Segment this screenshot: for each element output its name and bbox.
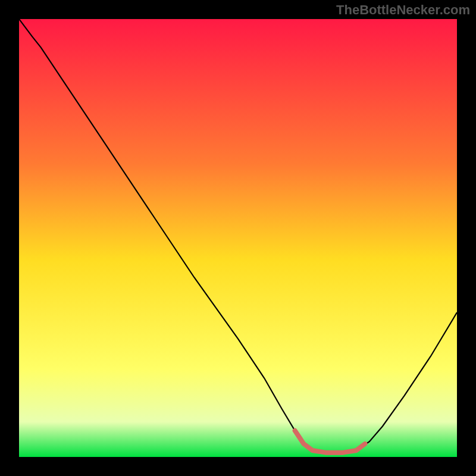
plot-svg xyxy=(19,19,457,457)
chart-container: TheBottleNecker.com xyxy=(0,0,476,476)
watermark-text: TheBottleNecker.com xyxy=(336,2,470,18)
plot-area xyxy=(19,19,457,457)
gradient-background xyxy=(19,19,457,457)
